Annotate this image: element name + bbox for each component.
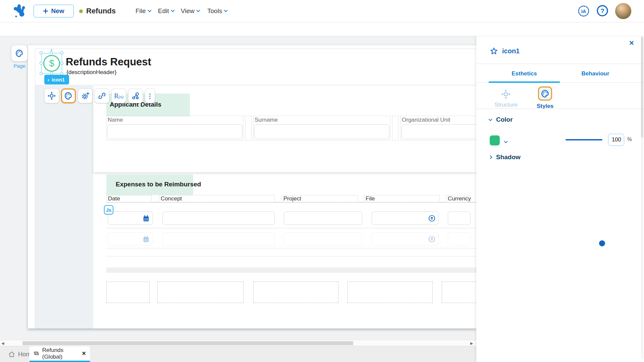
tab-esthetics[interactable]: Esthetics [489,70,560,77]
more-options-button[interactable]: ⋮ [145,88,155,103]
calendar-icon[interactable] [142,215,150,222]
gap-cell[interactable] [245,116,252,140]
tab-behaviour[interactable]: Behaviour [560,70,631,77]
upload-icon[interactable] [428,215,436,222]
expenses-section-title[interactable]: Expenses to be Reimbursed [116,181,201,188]
opacity-value-input[interactable] [608,134,624,146]
color-section-header[interactable]: Color [489,116,513,123]
panel-scrollbar[interactable] [641,37,643,359]
menu-tools[interactable]: Tools [207,7,227,15]
date-input[interactable] [108,212,153,225]
menu-file[interactable]: File [136,7,151,15]
opacity-slider[interactable] [566,139,602,140]
horizontal-scrollbar[interactable]: ◀ ▶ [0,340,476,346]
scroll-left-arrow[interactable]: ◀ [1,341,4,346]
chevron-down-icon [224,8,228,12]
user-avatar[interactable] [615,3,631,19]
empty-cell[interactable] [442,282,476,303]
selection-outline [41,53,62,74]
selection-handle[interactable] [40,72,43,75]
svg-text:IA: IA [581,9,586,14]
selection-handle[interactable] [60,62,63,65]
scrollbar-thumb[interactable] [22,341,353,345]
design-canvas[interactable]: $ Refunds Request {descriptionHeader} ‹ … [28,45,476,328]
color-section-title: Color [496,116,513,123]
form-title[interactable]: Refunds Request [66,56,151,68]
connections-tool-button[interactable] [128,88,143,103]
icon-toolbar [0,22,644,36]
menu-edit[interactable]: Edit [158,7,174,15]
empty-cell[interactable] [157,282,244,303]
chevron-right-icon [488,155,492,159]
swatch-dropdown[interactable] [504,138,507,144]
organizational-unit-input[interactable] [401,124,476,139]
chevron-down-icon [148,8,151,12]
field-cell-organizational-unit[interactable]: Organizational Unit [400,116,476,140]
selection-handle[interactable] [40,51,43,54]
palette-icon [15,49,24,58]
field-label: Organizational Unit [402,117,450,123]
field-label: Name [108,117,123,123]
column-header-date[interactable]: Date [106,195,152,202]
menu-view-label: View [181,7,195,15]
plus-icon [43,8,48,14]
rules-tool-button[interactable]: R(x) [111,88,126,103]
panel-close-icon[interactable]: × [629,38,634,48]
column-header-currency[interactable]: Currency [446,195,470,202]
panel-divider [476,64,644,64]
new-button-label: New [51,7,64,15]
empty-cell[interactable] [106,282,150,303]
column-header-file[interactable]: File [364,195,440,202]
help-button[interactable]: ? [596,4,609,17]
tab-refunds-global[interactable]: Refunds (Global) × [30,346,90,362]
js-event-badge[interactable]: Js [104,205,113,215]
new-button[interactable]: New [34,5,74,17]
empty-grid-row[interactable] [106,248,476,256]
calendar-icon [142,235,150,243]
tab-refunds-global-label: Refunds (Global) [42,347,78,360]
empty-cell[interactable] [347,282,433,303]
menu-view[interactable]: View [181,7,200,15]
field-cell-surname[interactable]: Surname [253,116,390,140]
star-icon[interactable] [490,47,498,55]
project-input[interactable] [284,212,362,225]
column-header-project[interactable]: Project [282,195,358,202]
shadow-section-title: Shadow [496,154,521,161]
settings-tool-button[interactable] [78,88,93,103]
subtab-styles[interactable]: Styles [537,86,553,110]
shadow-section-header[interactable]: Shadow [489,154,521,161]
expenses-table-header: Date Concept Project File Currency [106,195,476,202]
panel-scrollbar-thumb[interactable] [641,37,643,137]
date-input [108,232,153,246]
ia-assistant-button[interactable]: IA [576,4,591,18]
panel-title: icon1 [490,47,520,55]
top-bar: New Refunds File Edit View Tools IA ? [0,0,644,22]
selection-handle[interactable] [50,51,53,54]
home-icon [8,351,15,358]
tab-close-icon[interactable]: × [82,350,86,357]
name-input[interactable] [107,124,243,139]
link-tool-button[interactable] [95,88,109,103]
form-subtitle[interactable]: {descriptionHeader} [66,69,116,76]
form-left-margin [35,85,93,328]
column-header-concept[interactable]: Concept [159,195,275,202]
selection-handle[interactable] [60,51,63,54]
currency-input[interactable] [448,212,471,225]
scroll-right-arrow[interactable]: ▶ [470,341,473,346]
surname-input[interactable] [254,124,389,139]
selection-handle[interactable] [40,62,43,65]
concept-input[interactable] [162,212,275,225]
gap-cell[interactable] [392,116,398,140]
structure-tool-button[interactable] [44,88,59,103]
form-tab-icon [34,350,39,357]
styles-tool-button[interactable] [61,88,76,103]
file-input[interactable] [372,212,439,225]
opacity-slider-handle[interactable] [599,240,605,246]
app-logo[interactable] [12,4,28,19]
color-swatch[interactable] [490,135,500,145]
selected-element-chip[interactable]: ‹ icon1 [44,75,69,84]
page-palette-button[interactable] [11,45,28,61]
subtab-structure[interactable]: Structure [494,89,518,108]
field-cell-name[interactable]: Name [106,116,244,140]
empty-cell[interactable] [253,282,338,303]
